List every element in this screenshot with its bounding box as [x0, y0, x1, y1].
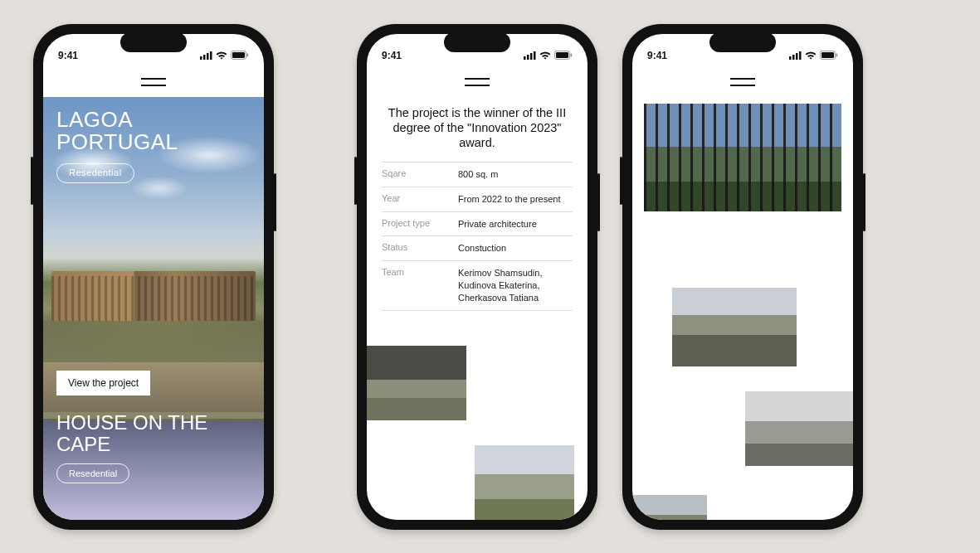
phone-mockup-3: 9:41: [622, 24, 863, 530]
gallery-thumb[interactable]: [672, 288, 797, 366]
wifi-icon: [216, 51, 227, 60]
top-bar: [43, 67, 264, 97]
svg-rect-3: [210, 51, 212, 60]
svg-rect-14: [789, 56, 792, 60]
svg-rect-9: [530, 53, 533, 60]
spec-row: Project type Private architecture: [382, 211, 573, 236]
spec-value: Constuction: [458, 242, 573, 255]
gallery-content: [632, 97, 853, 520]
status-time: 9:41: [647, 50, 667, 61]
menu-icon[interactable]: [465, 78, 490, 86]
status-time: 9:41: [382, 50, 402, 61]
battery-icon: [554, 51, 573, 60]
svg-rect-12: [556, 52, 568, 58]
spec-label: Status: [382, 242, 446, 255]
svg-rect-0: [200, 56, 202, 60]
battery-icon: [820, 51, 838, 60]
spec-label: Team: [382, 267, 446, 304]
svg-rect-7: [524, 56, 526, 60]
status-icons: [789, 51, 838, 60]
status-icons: [200, 51, 249, 60]
status-icons: [524, 51, 573, 60]
wifi-icon: [805, 51, 817, 60]
device-notch: [120, 32, 187, 52]
spec-table: Sqare 800 sq. m Year From 2022 to the pr…: [382, 162, 573, 311]
award-headline: The project is the winner of the III deg…: [382, 97, 573, 162]
device-notch: [444, 32, 510, 52]
spec-value: 800 sq. m: [458, 168, 573, 181]
svg-rect-16: [796, 53, 798, 60]
svg-rect-1: [203, 55, 206, 60]
gallery-thumb[interactable]: [745, 391, 853, 466]
project-a-title: LAGOA PORTUGAL Resedential: [56, 109, 251, 183]
screen: 9:41 The project is the winner of the II…: [367, 34, 588, 520]
project-a-category-chip[interactable]: Resedential: [56, 163, 134, 183]
menu-icon[interactable]: [730, 78, 755, 86]
top-bar: [367, 67, 588, 97]
battery-icon: [231, 51, 249, 60]
spec-label: Year: [382, 193, 446, 206]
gallery-thumb[interactable]: [367, 346, 466, 420]
wifi-icon: [539, 51, 551, 60]
menu-icon[interactable]: [141, 78, 166, 86]
status-time: 9:41: [58, 50, 78, 61]
project-b-category-chip[interactable]: Resedential: [56, 463, 129, 483]
top-bar: [632, 67, 853, 97]
svg-rect-13: [571, 54, 573, 57]
spec-row: Year From 2022 to the present: [382, 187, 573, 211]
gallery-thumb[interactable]: [632, 495, 707, 520]
svg-rect-8: [527, 55, 529, 60]
cellular-signal-icon: [789, 51, 802, 60]
cellular-signal-icon: [524, 51, 536, 60]
svg-rect-17: [799, 51, 802, 60]
svg-rect-5: [232, 52, 245, 58]
hero-forest-image[interactable]: [644, 104, 841, 211]
svg-rect-15: [792, 55, 795, 60]
svg-rect-10: [534, 51, 536, 60]
project-detail-content: The project is the winner of the III deg…: [367, 97, 588, 520]
spec-label: Project type: [382, 218, 446, 230]
spec-row: Status Constuction: [382, 235, 573, 260]
svg-rect-19: [822, 52, 834, 58]
phone-mockup-1: 9:41: [33, 24, 274, 530]
spec-value: Private architecture: [458, 218, 573, 230]
project-a-line1: LAGOA: [56, 109, 251, 131]
svg-rect-2: [207, 53, 209, 60]
project-a-line2: PORTUGAL: [56, 131, 251, 153]
screen: 9:41: [632, 34, 853, 520]
svg-rect-20: [836, 54, 838, 57]
project-b-line2: CAPE: [56, 434, 251, 455]
spec-label: Sqare: [382, 168, 446, 181]
project-b-line1: HOUSE ON THE: [56, 412, 251, 434]
spec-row: Team Kerimov Shamsudin, Kudinova Ekateri…: [382, 260, 573, 311]
project-b-title: HOUSE ON THE CAPE Resedential: [56, 412, 251, 484]
device-notch: [709, 32, 776, 52]
gallery-thumb[interactable]: [475, 445, 574, 520]
cellular-signal-icon: [200, 51, 212, 60]
spec-value: Kerimov Shamsudin, Kudinova Ekaterina, C…: [458, 267, 573, 304]
phone-mockup-2: 9:41 The project is the winner of the II…: [357, 24, 597, 530]
spec-value: From 2022 to the present: [458, 193, 573, 206]
spec-row: Sqare 800 sq. m: [382, 162, 573, 187]
svg-rect-6: [247, 54, 249, 57]
home-content: LAGOA PORTUGAL Resedential View the proj…: [43, 97, 264, 520]
view-project-button[interactable]: View the project: [56, 371, 150, 395]
screen: 9:41: [43, 34, 264, 520]
